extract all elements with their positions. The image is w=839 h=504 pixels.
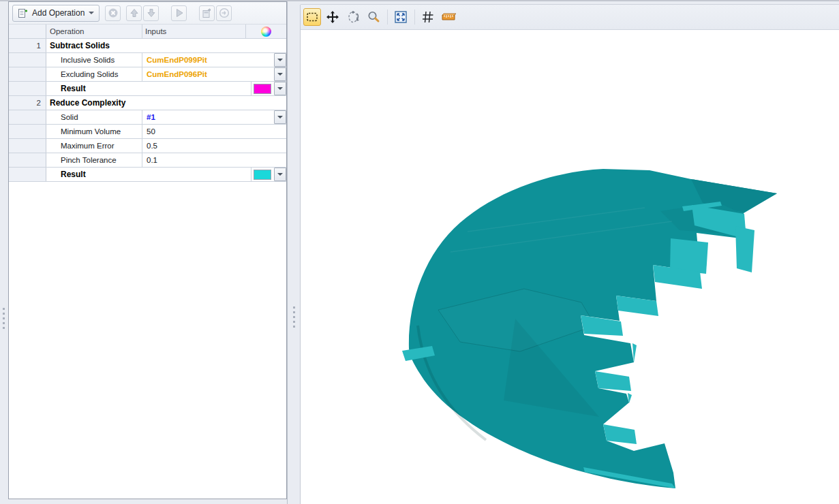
arrow-up-icon <box>129 8 139 18</box>
table-row-inclusive-solids[interactable]: Inclusive Solids CumEndP099Pit <box>9 53 286 67</box>
operations-table: Operation Inputs 1 Subtract Solids Inclu… <box>9 25 286 182</box>
toolbar-separator <box>387 10 388 25</box>
field-value: #1 <box>147 113 155 121</box>
field-label: Pinch Tolerance <box>46 153 142 167</box>
row-selector[interactable] <box>9 139 46 153</box>
header-operation: Operation <box>46 25 142 38</box>
result-color-swatch[interactable] <box>254 170 271 180</box>
zoom-extents-button[interactable] <box>392 8 410 26</box>
field-value-cell[interactable]: 0.5 <box>142 139 286 153</box>
result-label: Result <box>46 168 251 181</box>
operations-panel: Add Operation <box>8 1 287 499</box>
row-selector[interactable] <box>9 125 46 138</box>
grid-hash-icon <box>421 10 435 24</box>
table-row-group-1[interactable]: 1 Subtract Solids <box>9 39 286 53</box>
field-value-cell[interactable]: CumEndP099Pit <box>142 53 273 67</box>
table-row-result-1[interactable]: Result <box>9 82 286 96</box>
result-color-swatch[interactable] <box>254 84 271 94</box>
zoom-button[interactable] <box>365 8 382 26</box>
export-operations-button[interactable] <box>199 5 215 21</box>
viewport-toolbar <box>301 5 839 30</box>
dropdown-button[interactable] <box>274 53 286 67</box>
field-value-cell[interactable]: CumEndP096Pit <box>142 67 273 81</box>
chevron-down-icon <box>277 173 283 176</box>
field-label: Excluding Solids <box>46 67 142 81</box>
field-label: Inclusive Solids <box>46 53 142 67</box>
delete-operation-button[interactable] <box>105 5 121 21</box>
chevron-down-icon <box>277 59 283 61</box>
pan-arrows-icon <box>326 10 339 24</box>
splitter-grip[interactable] <box>293 306 295 328</box>
orbit-button[interactable] <box>344 8 362 26</box>
row-number[interactable]: 2 <box>9 96 46 110</box>
row-selector[interactable] <box>9 110 46 124</box>
select-mode-button[interactable] <box>303 8 321 26</box>
pit-solid-model <box>301 30 839 504</box>
field-value-cell[interactable]: #1 <box>142 110 273 124</box>
move-up-button[interactable] <box>126 5 142 21</box>
operation-group-label[interactable]: Reduce Complexity <box>46 96 286 110</box>
table-row-solid[interactable]: Solid #1 <box>9 110 286 125</box>
grid-toggle-button[interactable] <box>419 8 437 26</box>
add-operation-icon <box>18 8 28 18</box>
header-row-selector <box>9 25 46 38</box>
table-header-row: Operation Inputs <box>9 25 286 39</box>
field-value-cell[interactable]: 0.1 <box>142 153 286 167</box>
row-selector[interactable] <box>9 53 46 67</box>
left-collapse-strip <box>0 1 8 504</box>
field-label: Maximum Error <box>46 139 142 153</box>
dropdown-button[interactable] <box>274 82 286 95</box>
operations-toolbar: Add Operation <box>9 2 286 25</box>
table-row-minimum-volume[interactable]: Minimum Volume 50 <box>9 125 286 139</box>
row-selector[interactable] <box>9 82 46 95</box>
field-label: Solid <box>46 110 142 124</box>
select-rectangle-icon <box>306 12 318 22</box>
viewport-panel <box>300 5 839 504</box>
play-icon <box>174 8 184 18</box>
field-value: 0.5 <box>147 142 157 150</box>
chevron-down-icon <box>277 73 283 76</box>
save-export-icon <box>202 8 212 18</box>
fit-extents-icon <box>394 10 408 24</box>
measure-button[interactable] <box>440 8 457 26</box>
magnifier-icon <box>367 10 380 24</box>
dropdown-button[interactable] <box>274 168 286 181</box>
chevron-down-icon <box>277 116 283 119</box>
pan-button[interactable] <box>324 8 341 26</box>
table-row-excluding-solids[interactable]: Excluding Solids CumEndP096Pit <box>9 67 286 82</box>
table-row-result-2[interactable]: Result <box>9 168 286 182</box>
panel-splitter[interactable] <box>287 1 301 504</box>
add-operation-label: Add Operation <box>32 8 85 18</box>
viewport-3d-canvas[interactable] <box>301 30 839 504</box>
row-selector[interactable] <box>9 67 46 81</box>
apply-circle-arrow-icon <box>219 7 230 18</box>
left-splitter-grip[interactable] <box>3 308 5 329</box>
dropdown-button[interactable] <box>274 110 286 124</box>
add-operation-button[interactable]: Add Operation <box>12 5 100 22</box>
operation-group-label[interactable]: Subtract Solids <box>46 39 286 52</box>
field-value: 0.1 <box>147 156 157 164</box>
field-value-cell[interactable]: 50 <box>142 125 286 138</box>
table-row-pinch-tolerance[interactable]: Pinch Tolerance 0.1 <box>9 153 286 168</box>
result-label: Result <box>46 82 251 95</box>
ruler-icon <box>441 11 456 23</box>
header-inputs: Inputs <box>142 25 246 38</box>
apply-operations-button[interactable] <box>216 5 232 21</box>
row-number[interactable]: 1 <box>9 39 46 52</box>
field-value: CumEndP099Pit <box>147 56 207 64</box>
orbit-rotate-icon <box>346 10 360 24</box>
delete-circle-icon <box>108 7 119 18</box>
field-label: Minimum Volume <box>46 125 142 138</box>
move-down-button[interactable] <box>143 5 159 21</box>
toolbar-separator <box>414 10 415 25</box>
row-selector[interactable] <box>9 153 46 167</box>
row-selector[interactable] <box>9 168 46 181</box>
header-color-column <box>246 25 286 38</box>
table-row-maximum-error[interactable]: Maximum Error 0.5 <box>9 139 286 153</box>
color-wheel-icon <box>261 27 271 37</box>
chevron-down-icon <box>89 12 94 14</box>
run-operations-button[interactable] <box>171 5 187 21</box>
table-row-group-2[interactable]: 2 Reduce Complexity <box>9 96 286 110</box>
dropdown-button[interactable] <box>274 67 286 81</box>
field-value: 50 <box>147 127 155 136</box>
